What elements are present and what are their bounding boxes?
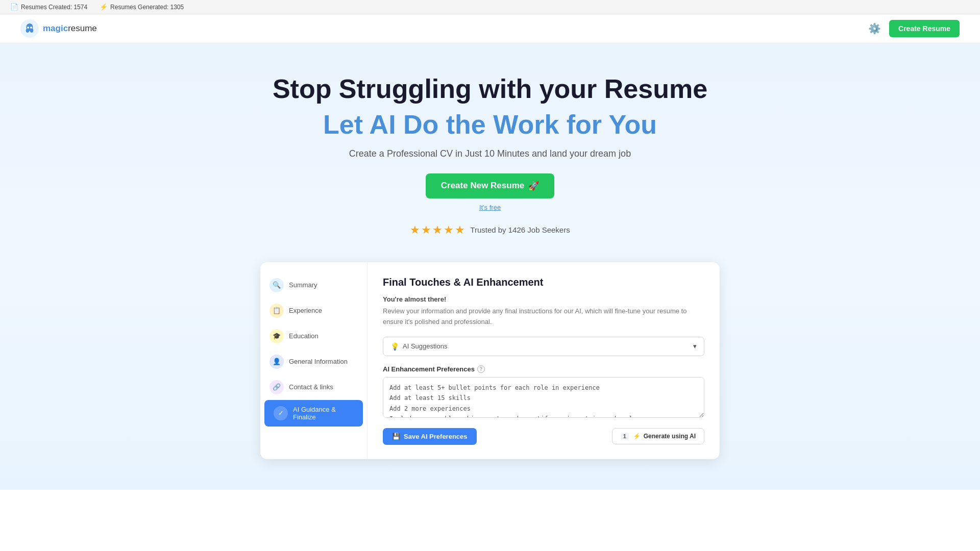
logo[interactable]: magicresume bbox=[20, 19, 97, 38]
sidebar-item-contact[interactable]: 🔗 Contact & links bbox=[260, 374, 367, 400]
widget-desc: You're almost there! Review your informa… bbox=[383, 294, 704, 328]
widget-desc-body: Review your information and provide any … bbox=[383, 307, 687, 325]
generate-count: 1 bbox=[621, 433, 629, 440]
ai-suggestions-icon: 💡 bbox=[390, 342, 399, 350]
create-resume-nav-button[interactable]: Create Resume bbox=[889, 20, 960, 37]
experience-icon: 📋 bbox=[270, 304, 284, 318]
logo-resume: resume bbox=[68, 23, 97, 33]
prefs-label-text: AI Enhancement Preferences bbox=[383, 365, 475, 373]
svg-point-1 bbox=[27, 27, 29, 29]
ai-suggestions-label: AI Suggestions bbox=[403, 342, 447, 350]
prefs-label: AI Enhancement Preferences ? bbox=[383, 365, 704, 373]
contact-icon: 🔗 bbox=[270, 380, 284, 394]
general-icon: 👤 bbox=[270, 355, 284, 369]
create-new-resume-label: Create New Resume bbox=[441, 181, 524, 191]
svg-point-2 bbox=[30, 27, 32, 29]
widget-title: Final Touches & AI Enhancement bbox=[383, 277, 704, 288]
logo-text: magicresume bbox=[43, 23, 97, 34]
sidebar-ai-label: AI Guidance & Finalize bbox=[293, 406, 354, 421]
sidebar-summary-label: Summary bbox=[289, 281, 317, 289]
widget-main: Final Touches & AI Enhancement You're al… bbox=[368, 262, 720, 459]
sidebar-general-label: General Information bbox=[289, 358, 348, 365]
sidebar-item-general[interactable]: 👤 General Information bbox=[260, 349, 367, 374]
bolt-icon: ⚡ bbox=[100, 3, 108, 11]
generate-button[interactable]: 1 ⚡ Generate using AI bbox=[612, 428, 704, 444]
ai-icon: ✓ bbox=[274, 406, 288, 420]
widget-sidebar: 🔍 Summary 📋 Experience 🎓 Education 👤 Gen… bbox=[260, 262, 368, 459]
widget-card: 🔍 Summary 📋 Experience 🎓 Education 👤 Gen… bbox=[260, 262, 720, 459]
summary-icon: 🔍 bbox=[270, 278, 284, 292]
star-icons: ★★★★★ bbox=[410, 223, 466, 237]
sidebar-education-label: Education bbox=[289, 332, 318, 340]
sidebar-item-experience[interactable]: 📋 Experience bbox=[260, 298, 367, 323]
logo-icon bbox=[20, 19, 39, 38]
navbar: magicresume ⚙️ Create Resume bbox=[0, 14, 980, 43]
stars-row: ★★★★★ Trusted by 1426 Job Seekers bbox=[10, 223, 970, 237]
save-icon: 💾 bbox=[392, 433, 400, 440]
nav-right: ⚙️ Create Resume bbox=[868, 20, 960, 37]
create-new-resume-button[interactable]: Create New Resume 🚀 bbox=[426, 173, 554, 198]
sidebar-item-ai[interactable]: ✓ AI Guidance & Finalize bbox=[264, 400, 363, 427]
hero-section: Stop Struggling with your Resume Let AI … bbox=[0, 43, 980, 252]
sidebar-item-education[interactable]: 🎓 Education bbox=[260, 323, 367, 349]
save-prefs-label: Save AI Preferences bbox=[404, 433, 468, 440]
doc-icon: 📄 bbox=[10, 3, 18, 11]
help-icon[interactable]: ? bbox=[477, 365, 485, 373]
widget-bottom: 💾 Save AI Preferences 1 ⚡ Generate using… bbox=[383, 428, 704, 445]
resumes-created-label: Resumes Created: 1574 bbox=[21, 4, 87, 11]
trusted-label: Trusted by 1426 Job Seekers bbox=[470, 226, 570, 234]
its-free-link[interactable]: It's free bbox=[10, 204, 970, 211]
sidebar-item-summary[interactable]: 🔍 Summary bbox=[260, 272, 367, 298]
widget-desc-title: You're almost there! bbox=[383, 294, 704, 305]
ai-suggestions-dropdown[interactable]: 💡 AI Suggestions ▾ bbox=[383, 337, 704, 356]
chevron-down-icon: ▾ bbox=[693, 342, 697, 350]
resumes-generated: ⚡ Resumes Generated: 1305 bbox=[100, 3, 184, 11]
sidebar-experience-label: Experience bbox=[289, 307, 322, 314]
sidebar-contact-label: Contact & links bbox=[289, 383, 333, 391]
widget-section: 🔍 Summary 📋 Experience 🎓 Education 👤 Gen… bbox=[0, 252, 980, 490]
hero-line1: Stop Struggling with your Resume bbox=[10, 74, 970, 105]
hero-line2: Let AI Do the Work for You bbox=[10, 110, 970, 140]
hero-subtext: Create a Professional CV in Just 10 Minu… bbox=[10, 148, 970, 159]
save-prefs-button[interactable]: 💾 Save AI Preferences bbox=[383, 428, 477, 445]
education-icon: 🎓 bbox=[270, 329, 284, 343]
rocket-icon: 🚀 bbox=[528, 181, 539, 191]
generate-label: Generate using AI bbox=[644, 433, 696, 440]
logo-magic: magic bbox=[43, 23, 68, 33]
ai-suggestions-left: 💡 AI Suggestions bbox=[390, 342, 447, 350]
resumes-created: 📄 Resumes Created: 1574 bbox=[10, 3, 87, 11]
top-bar: 📄 Resumes Created: 1574 ⚡ Resumes Genera… bbox=[0, 0, 980, 14]
prefs-textarea[interactable] bbox=[383, 377, 704, 418]
user-icon[interactable]: ⚙️ bbox=[868, 22, 881, 35]
resumes-generated-label: Resumes Generated: 1305 bbox=[110, 4, 184, 11]
lightning-icon: ⚡ bbox=[633, 433, 641, 440]
